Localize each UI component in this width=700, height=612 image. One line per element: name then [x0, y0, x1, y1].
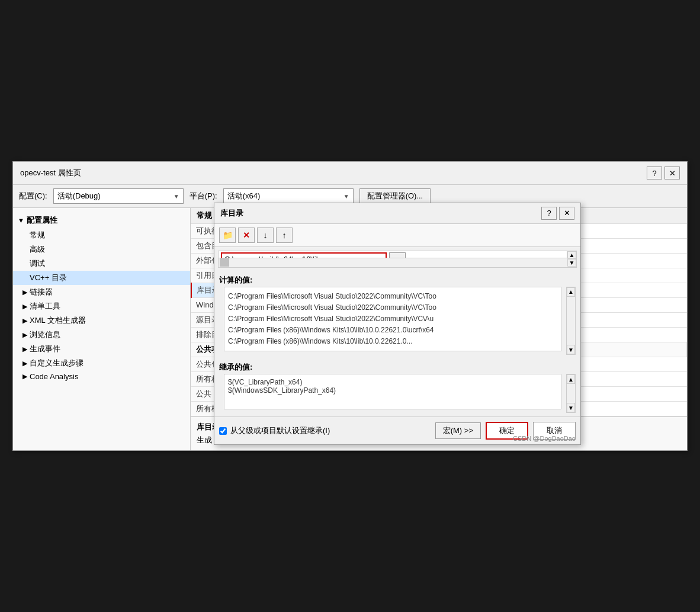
calc-value-5: C:\Program Files (x86)\Windows Kits\10\l… — [228, 336, 557, 347]
tree-group-browse[interactable]: ▶ 浏览信息 — [13, 328, 190, 342]
calc-area: C:\Program Files\Microsoft Visual Studio… — [224, 287, 561, 352]
manifest-label: 清单工具 — [30, 301, 60, 312]
config-dropdown-arrow: ▼ — [174, 193, 179, 200]
sub-list-area: ... ▲ ▼ — [218, 251, 577, 268]
tree-section-label: 配置属性 — [27, 215, 57, 226]
scroll-down-arrow[interactable]: ▼ — [567, 259, 576, 267]
inherit-checkbox-label: 从父级或项目默认设置继承(I) — [230, 425, 330, 436]
scroll-up-arrow[interactable]: ▲ — [567, 251, 576, 259]
build-events-expand-arrow: ▶ — [23, 345, 27, 353]
linker-expand-arrow: ▶ — [23, 289, 27, 296]
calc-value-1: C:\Program Files\Microsoft Visual Studio… — [228, 291, 557, 302]
inherited-value-2: $(WindowsSDK_LibraryPath_x64) — [228, 386, 557, 395]
inherited-area: $(VC_LibraryPath_x64) $(WindowsSDK_Libra… — [224, 374, 561, 409]
sub-dialog: 库目录 ? ✕ 📁 ✕ ↓ ↑ — [214, 203, 581, 446]
sub-dialog-title: 库目录 — [220, 208, 243, 219]
list-scrollbar-v: ▲ ▼ — [567, 251, 576, 258]
inherited-scroll-track — [567, 384, 575, 403]
inherited-scrollbar-v: ▲ ▼ — [566, 374, 576, 413]
config-dropdown[interactable]: 活动(Debug) ▼ — [53, 188, 184, 204]
calc-value-2: C:\Program Files\Microsoft Visual Studio… — [228, 302, 557, 313]
calc-value-3: C:\Program Files\Microsoft Visual Studio… — [228, 313, 557, 325]
inherited-scroll-down[interactable]: ▼ — [567, 403, 575, 412]
platform-dropdown[interactable]: 活动(x64) ▼ — [223, 188, 354, 204]
browse-expand-arrow: ▶ — [23, 331, 27, 339]
delete-button[interactable]: ✕ — [238, 228, 255, 243]
calc-values-label: 计算的值: — [214, 271, 580, 287]
sub-list-wrapper: ... ▲ ▼ — [214, 247, 580, 271]
manifest-expand-arrow: ▶ — [23, 303, 27, 310]
close-button[interactable]: ✕ — [664, 166, 680, 180]
move-down-button[interactable]: ↓ — [257, 228, 274, 243]
main-dialog-title: opecv-test 属性页 — [20, 168, 81, 178]
sub-title-bar: 库目录 ? ✕ — [214, 203, 580, 224]
calc-value-4: C:\Program Files (x86)\Windows Kits\10\l… — [228, 325, 557, 336]
sub-toolbar: 📁 ✕ ↓ ↑ — [214, 224, 580, 247]
config-manager-button[interactable]: 配置管理器(O)... — [359, 188, 431, 204]
list-scrollbar-h — [219, 258, 567, 267]
tree-config-properties[interactable]: ▼ 配置属性 — [13, 213, 190, 228]
tree-item-vc-dirs[interactable]: VC++ 目录 — [13, 271, 190, 285]
config-value: 活动(Debug) — [57, 191, 101, 201]
h-scroll-thumb — [220, 258, 229, 267]
inherit-checkbox-row: 从父级或项目默认设置继承(I) — [219, 425, 330, 436]
custom-build-expand-arrow: ▶ — [23, 360, 27, 367]
move-up-button[interactable]: ↑ — [276, 228, 293, 243]
delete-icon: ✕ — [243, 230, 250, 240]
build-events-label: 生成事件 — [30, 344, 60, 354]
tree-group-linker[interactable]: ▶ 链接器 — [13, 285, 190, 299]
linker-label: 链接器 — [30, 287, 53, 297]
calc-scroll-up[interactable]: ▲ — [567, 287, 575, 297]
tree-item-debug[interactable]: 调试 — [13, 257, 190, 271]
browse-label: 浏览信息 — [30, 329, 60, 340]
code-analysis-label: Code Analysis — [30, 372, 78, 381]
tree-group-build-events[interactable]: ▶ 生成事件 — [13, 342, 190, 356]
watermark: CSDN @DogDaoDao — [513, 435, 576, 442]
platform-label: 平台(P): — [190, 191, 217, 201]
sub-title-buttons: ? ✕ — [541, 207, 574, 220]
calc-scroll-down[interactable]: ▼ — [567, 345, 575, 354]
calc-scrollbar-v: ▲ ▼ — [566, 287, 576, 355]
title-bar-buttons: ? ✕ — [647, 166, 680, 180]
inherited-scroll-up[interactable]: ▲ — [567, 374, 575, 384]
inherited-area-wrapper: $(VC_LibraryPath_x64) $(WindowsSDK_Libra… — [219, 374, 576, 413]
tree-group-code-analysis[interactable]: ▶ Code Analysis — [13, 370, 190, 383]
main-title-bar: opecv-test 属性页 ? ✕ — [13, 162, 687, 185]
folder-icon: 📁 — [223, 230, 233, 240]
macro-button[interactable]: 宏(M) >> — [435, 422, 481, 439]
inherited-value-1: $(VC_LibraryPath_x64) — [228, 378, 557, 386]
xml-label: XML 文档生成器 — [30, 315, 86, 326]
custom-build-label: 自定义生成步骤 — [30, 358, 84, 369]
tree-group-manifest[interactable]: ▶ 清单工具 — [13, 299, 190, 313]
up-arrow-icon: ↑ — [282, 230, 287, 240]
platform-value: 活动(x64) — [227, 191, 261, 201]
sub-help-button[interactable]: ? — [541, 207, 557, 220]
calc-scroll-track — [567, 297, 575, 345]
tree-item-general[interactable]: 常规 — [13, 228, 190, 242]
platform-dropdown-arrow: ▼ — [343, 193, 349, 200]
calc-values-content: C:\Program Files\Microsoft Visual Studio… — [228, 291, 557, 348]
tree-expand-arrow: ▼ — [18, 217, 24, 224]
xml-expand-arrow: ▶ — [23, 317, 27, 325]
left-panel: ▼ 配置属性 常规 高级 调试 VC++ 目录 ▶ 链接器 ▶ 清单工具 ▶ X… — [13, 208, 191, 450]
tree-group-xml[interactable]: ▶ XML 文档生成器 — [13, 313, 190, 328]
help-button[interactable]: ? — [647, 166, 662, 180]
inherited-values-label: 继承的值: — [214, 358, 580, 374]
config-label: 配置(C): — [19, 191, 47, 201]
inherit-checkbox[interactable] — [219, 427, 227, 435]
tree-group-custom-build[interactable]: ▶ 自定义生成步骤 — [13, 356, 190, 370]
code-analysis-expand-arrow: ▶ — [23, 373, 27, 380]
add-folder-button[interactable]: 📁 — [219, 228, 236, 243]
sub-close-button[interactable]: ✕ — [559, 207, 574, 220]
calc-area-wrapper: C:\Program Files\Microsoft Visual Studio… — [219, 287, 576, 355]
tree-item-advanced[interactable]: 高级 — [13, 242, 190, 257]
down-arrow-icon: ↓ — [264, 230, 268, 240]
